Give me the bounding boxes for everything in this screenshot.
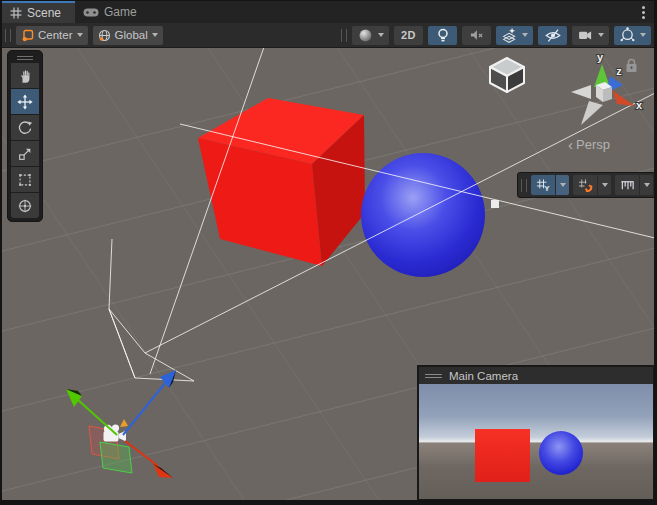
scene-lighting-toggle[interactable] <box>428 26 457 45</box>
tab-scene-label: Scene <box>27 6 61 20</box>
chevron-down-icon <box>77 33 83 37</box>
scene-visibility-toggle[interactable] <box>538 26 567 45</box>
audio-muted-icon <box>468 27 485 43</box>
tab-bar-menu-button[interactable] <box>634 1 654 23</box>
grid-snap-magnet-icon <box>578 178 593 193</box>
axis-neg-x-handle[interactable] <box>571 85 591 99</box>
snap-increment-dropdown[interactable] <box>640 175 653 195</box>
grid-snapping-toggle[interactable] <box>573 175 597 195</box>
globe-icon <box>98 29 111 42</box>
eye-slash-icon <box>544 27 562 44</box>
chevron-down-icon <box>152 33 158 37</box>
pivot-mode-dropdown[interactable]: Center <box>16 26 88 45</box>
axis-y-label: y <box>597 51 604 63</box>
grid-axis-label: Y <box>544 184 550 193</box>
draw-mode-dropdown[interactable] <box>352 26 389 45</box>
snap-increment-button[interactable] <box>615 175 639 195</box>
snap-increment-ruler-icon <box>620 178 635 193</box>
audio-listener-icon <box>120 419 128 427</box>
scene-cube[interactable] <box>198 98 365 266</box>
grid-snap-drag-handle[interactable] <box>521 179 527 192</box>
tab-bar: Scene Game <box>2 1 654 23</box>
unity-scene-view-window: y z x Scene <box>0 0 657 505</box>
chevron-down-icon <box>640 33 646 37</box>
scene-toolbar: Center Global 2D <box>2 23 654 48</box>
grid-visibility-toggle[interactable]: Y <box>531 175 555 195</box>
toolbar-right-drag-handle[interactable] <box>341 29 347 42</box>
tab-scene[interactable]: Scene <box>2 1 75 23</box>
move-gizmo-z-arrow[interactable] <box>123 370 176 435</box>
pivot-icon <box>21 29 34 42</box>
scene-grid-icon <box>10 7 22 19</box>
pivot-mode-label: Center <box>38 29 73 41</box>
move-gizmo-plane-xz[interactable] <box>100 442 132 473</box>
move-gizmo <box>66 370 176 478</box>
chevron-down-icon <box>522 33 528 37</box>
scene-audio-toggle[interactable] <box>462 26 491 45</box>
move-tool-button[interactable] <box>11 89 39 114</box>
rotate-tool-button[interactable] <box>11 115 39 140</box>
camera-preview-drag-handle[interactable] <box>425 374 442 378</box>
scale-tool-button[interactable] <box>11 141 39 166</box>
grid-visibility-dropdown[interactable] <box>556 175 569 195</box>
preview-sphere <box>539 431 583 475</box>
orientation-mode-label: Global <box>115 29 148 41</box>
effects-icon <box>501 27 518 44</box>
preview-cube <box>475 429 530 482</box>
tab-game[interactable]: Game <box>75 1 151 23</box>
rotate-icon <box>17 120 33 136</box>
2d-mode-label: 2D <box>401 29 416 41</box>
toolbar-drag-handle[interactable] <box>5 29 11 42</box>
gizmos-icon <box>619 27 636 44</box>
lightbulb-icon <box>436 28 450 43</box>
scene-camera-settings-dropdown[interactable] <box>572 26 609 45</box>
2d-mode-toggle[interactable]: 2D <box>394 26 423 45</box>
camera-preview-title: Main Camera <box>449 370 518 382</box>
scene-effects-dropdown[interactable] <box>496 26 533 45</box>
axis-z-label: z <box>616 65 622 77</box>
frustum-far-handle[interactable] <box>491 200 499 208</box>
transform-icon <box>17 198 33 214</box>
projection-toggle[interactable]: ‹ Persp <box>568 137 610 152</box>
projection-chevron-icon: ‹ <box>568 138 573 151</box>
move-icon <box>17 94 33 110</box>
projection-label: Persp <box>576 137 610 152</box>
rect-tool-icon <box>17 172 33 188</box>
transform-tool-button[interactable] <box>11 193 39 218</box>
tools-overlay-drag-handle[interactable] <box>11 53 39 62</box>
camera-preview-viewport <box>419 384 653 499</box>
camera-preview-header[interactable]: Main Camera <box>419 367 653 384</box>
camera-preview-window: Main Camera <box>417 365 655 501</box>
grid-snap-overlay: Y <box>517 172 657 198</box>
gizmos-dropdown[interactable] <box>614 26 651 45</box>
gamepad-icon <box>83 6 99 18</box>
shaded-sphere-icon <box>357 27 374 44</box>
orientation-mode-dropdown[interactable]: Global <box>93 26 163 45</box>
gizmo-lock-icon[interactable] <box>627 60 637 73</box>
grid-y-icon: Y <box>536 178 551 193</box>
axis-x-label: x <box>636 99 643 111</box>
tab-game-label: Game <box>104 5 137 19</box>
scale-icon <box>17 146 33 162</box>
hand-icon <box>17 68 33 84</box>
grid-snapping-dropdown[interactable] <box>598 175 611 195</box>
tools-overlay <box>7 50 43 222</box>
cube-gizmo-icon[interactable] <box>490 58 524 92</box>
view-tool-button[interactable] <box>11 63 39 88</box>
chevron-down-icon <box>598 33 604 37</box>
video-camera-icon <box>577 27 594 43</box>
rect-tool-button[interactable] <box>11 167 39 192</box>
chevron-down-icon <box>378 33 384 37</box>
